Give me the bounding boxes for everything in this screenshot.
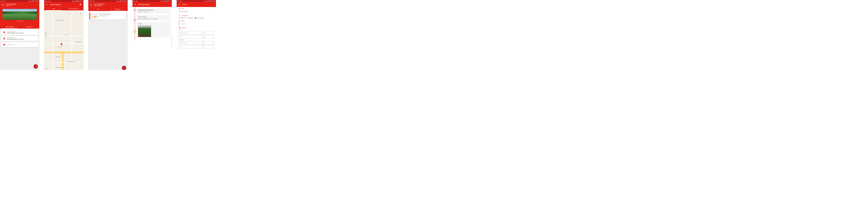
home-nr-input[interactable]: Nr: [203, 31, 214, 34]
status-left-icons: ◉ ⬚ ◢ ⚬: [1, 0, 5, 2]
map-label: Zirkel: [65, 34, 68, 35]
home-street-input[interactable]: Straßenname: [179, 31, 202, 34]
status-bar: ◉ ◔ ⬚ ◢ ⚬ ◉ ▾ ◢ 100% ▮ 18:36: [88, 0, 128, 2]
hamburger-icon[interactable]: [2, 4, 4, 6]
map-label-city: Karlsruhe: [57, 46, 62, 48]
svg-rect-9: [180, 27, 180, 28]
svg-rect-8: [179, 27, 179, 28]
home-label: Zuhause: [179, 29, 214, 30]
svg-rect-4: [179, 8, 180, 9]
app-subtitle: Übersicht: [6, 5, 38, 6]
media-thumbnail[interactable]: [138, 25, 151, 37]
app-title: Beitrag Details: [138, 4, 149, 5]
radio-female[interactable]: Weiblich: [187, 17, 193, 19]
work-street-input[interactable]: Straßenname: [179, 41, 202, 45]
app-logo-icon: [3, 37, 6, 40]
tabs: ORT BESCHREIBUNG: [44, 7, 84, 10]
job-input[interactable]: Bezeichnung: [179, 22, 214, 25]
tab-strecke[interactable]: STRECKE: [108, 8, 128, 11]
map-label: Ettlinger Tor: [56, 56, 61, 57]
carousel-image[interactable]: [3, 9, 37, 20]
app-bar: GO Karlsruhe Übersicht NEUIGKEITEN BEITR…: [0, 2, 39, 29]
google-logo: Google: [45, 68, 48, 69]
app-title: Neuer Beitrag: [50, 4, 78, 5]
app-logo-icon: [3, 31, 6, 34]
map-label: Kongresszentrum: [56, 67, 63, 68]
work-plz-input[interactable]: PLZ: [179, 45, 202, 48]
tab-beschreibung[interactable]: BESCHREIBUNG: [64, 7, 84, 10]
app-bar: Neuer Beitrag: [44, 2, 84, 7]
check-icon: ✓: [124, 17, 125, 19]
media-label: Medien: [138, 23, 169, 25]
status-bar: ◉ ◔ ⬚ ◢ ⚬ ◉ ▾ ◢ 100% ▮ 18:31: [44, 0, 84, 2]
question-card: Wo fühlen Sie sich wohl? Kategorie: Wohl…: [137, 8, 170, 13]
app-title: Profil: [183, 4, 186, 5]
tab-ort[interactable]: ORT: [44, 7, 64, 10]
tab-beitraege[interactable]: BEITRÄGE: [20, 25, 39, 29]
fab-add[interactable]: +: [122, 66, 126, 70]
app-bar: Profil: [177, 2, 216, 7]
post-card[interactable]: Dies ist der schönst... 14/06/2016 18:35…: [90, 12, 126, 20]
svg-point-0: [81, 13, 81, 13]
desc-label: Beschreibung: [138, 16, 169, 18]
news-card[interactable]: 14/06/2016 11:48 Welche Wege oder Orte m…: [1, 30, 38, 35]
card-date: 14/06/2016 11:46: [7, 44, 36, 45]
question-icon: [133, 9, 136, 11]
svg-rect-2: [134, 10, 135, 10]
scrollbar[interactable]: [172, 33, 172, 49]
locate-button[interactable]: [79, 11, 82, 15]
svg-rect-7: [179, 21, 180, 22]
job-header: Beruf: [179, 20, 214, 22]
gender-radios: Männlich Weiblich Keine Angabe: [179, 17, 214, 19]
chevron-down-icon: ▼: [212, 11, 213, 12]
radio-male[interactable]: Männlich: [179, 17, 185, 19]
status-bar: ◉ ⬚ ◢ ⚬ ◉ ▾ ◢ 100% ▮ 18:32: [0, 0, 39, 2]
svg-point-5: [179, 15, 180, 16]
description-card: Beschreibung Dies ist der schönste Ort v…: [137, 15, 170, 21]
desc-text: Dies ist der schönste Ort von Karlsruhe.: [138, 18, 169, 20]
tabs: ORT STRECKE: [88, 8, 128, 11]
work-ort-input[interactable]: Ort: [203, 45, 214, 48]
map[interactable]: Schloss Karlsruhe Zirkel Herrenstraße Kr…: [44, 10, 84, 70]
send-icon[interactable]: [80, 3, 82, 5]
map-label: Kronenstraße: [75, 41, 81, 43]
map-label: Schloss Karlsruhe: [56, 20, 63, 21]
home-ort-input[interactable]: Ort: [203, 35, 214, 38]
back-icon[interactable]: [178, 3, 181, 5]
phone-profile: ◉ ⬚ ◢ ⚬ ◉ ▾ ◢ 100% ▮ 18:38 Profil Alter …: [177, 0, 216, 70]
work-label: Arbeitsplatz: [179, 39, 214, 40]
phone-my-posts: ◉ ◔ ⬚ ◢ ⚬ ◉ ▾ ◢ 100% ▮ 18:36 GO Karlsruh…: [88, 0, 128, 70]
gender-header: Geschlecht: [179, 15, 214, 17]
back-icon[interactable]: [134, 3, 136, 5]
attachment-icon: [133, 30, 136, 33]
app-title: GO Karlsruhe: [6, 3, 38, 5]
map-label: Baumeisterstraße: [67, 61, 75, 62]
post-date: 14/06/2016 18:35: [99, 15, 125, 17]
work-nr-input[interactable]: Nr: [203, 41, 214, 45]
tabs: NEUIGKEITEN BEITRÄGE: [0, 25, 39, 29]
age-dropdown[interactable]: 10 bis 17 Jahre▼: [179, 10, 214, 13]
hamburger-icon[interactable]: [90, 4, 92, 6]
media-card: Medien: [137, 22, 170, 37]
app-subtitle: Meine Beiträge: [94, 5, 126, 6]
radio-none[interactable]: Keine Angabe: [195, 17, 204, 19]
tab-neuigkeiten[interactable]: NEUIGKEITEN: [0, 25, 20, 29]
status-right: ◉ ▾ ◢ 100% ▮ 18:32: [28, 0, 38, 2]
phone-overview: ◉ ⬚ ◢ ⚬ ◉ ▾ ◢ 100% ▮ 18:32 GO Karlsruhe …: [0, 0, 39, 70]
post-title: Dies ist der schönst...: [99, 13, 125, 15]
news-card[interactable]: 14/06/2016 11:47 Benutzerbefragung zum B…: [1, 36, 38, 41]
address-header: Adresse: [179, 27, 214, 29]
app-logo-icon: [3, 43, 6, 46]
carousel-dots[interactable]: [3, 20, 37, 21]
card-title: Benutzerbefragung zum Beta...: [7, 38, 36, 40]
back-icon[interactable]: [46, 3, 48, 5]
news-card[interactable]: 14/06/2016 11:46: [1, 42, 38, 47]
home-plz-input[interactable]: PLZ: [179, 35, 202, 38]
profile-form: Alter 10 bis 17 Jahre▼ Geschlecht Männli…: [177, 7, 216, 70]
fab-add[interactable]: +: [34, 64, 38, 68]
map-pin-icon[interactable]: [61, 43, 62, 45]
tab-ort[interactable]: ORT: [88, 8, 108, 11]
phone-details: ◉ ⬚ ◢ ⚬ ◉ ▾ ◢ 100% ▮ 18:37 Beitrag Detai…: [132, 0, 172, 70]
map-label: Herrenstraße: [45, 32, 46, 38]
app-bar: GO Karlsruhe Meine Beiträge: [88, 2, 128, 8]
